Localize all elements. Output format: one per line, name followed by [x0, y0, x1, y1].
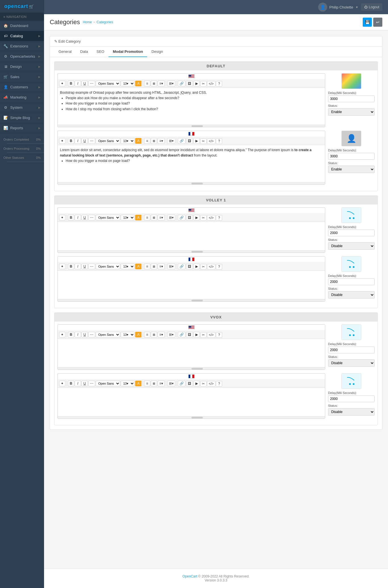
delay-input-2[interactable]: [328, 153, 375, 160]
tbv2-magic-btn[interactable]: ✦: [59, 264, 65, 269]
tab-seo[interactable]: SEO: [92, 47, 109, 57]
sidebar-item-reports[interactable]: 📊 Reports ▶: [0, 123, 44, 133]
toolbar-more-btn[interactable]: ⋯: [88, 81, 95, 86]
sidebar-item-dashboard[interactable]: 🏠 Dashboard: [0, 21, 44, 31]
toolbar2-italic-btn[interactable]: I: [75, 138, 81, 144]
editor-default-1-body[interactable]: Bootstrap example of Onload popup after …: [58, 88, 325, 125]
delay-input-v1-1[interactable]: [328, 230, 375, 236]
sidebar-item-opencartworks[interactable]: ⚙ Opencartworks ▶: [0, 51, 44, 62]
status-select-v1-1[interactable]: Enable Disable: [328, 242, 375, 250]
toolbar-underline-btn[interactable]: U: [82, 81, 88, 86]
tab-data[interactable]: Data: [76, 47, 92, 57]
toolbar2-color-btn[interactable]: A: [135, 138, 141, 144]
sidebar-item-sales[interactable]: 🛒 Sales ▶: [0, 72, 44, 82]
tbvx1-align-btn[interactable]: ≡▾: [158, 332, 165, 337]
tbv2-link-btn[interactable]: 🔗: [178, 264, 185, 269]
tbvx2-italic-btn[interactable]: I: [75, 381, 81, 386]
tbv2-underline-btn[interactable]: U: [82, 264, 88, 269]
toolbar-cut-btn[interactable]: ✂: [200, 81, 206, 87]
tbv1-cut-btn[interactable]: ✂: [200, 215, 206, 221]
tbvx2-underline-btn[interactable]: U: [82, 381, 88, 386]
delay-input-vx-2[interactable]: [328, 395, 375, 402]
toolbar2-more-btn[interactable]: ⋯: [88, 138, 95, 144]
font-size-select-2[interactable]: 13▾: [121, 138, 135, 144]
tbv1-underline-btn[interactable]: U: [82, 215, 88, 220]
footer-brand[interactable]: OpenCart: [182, 574, 197, 578]
tbvx2-img-btn[interactable]: 🖼: [186, 381, 193, 386]
tbvx1-magic-btn[interactable]: ✦: [59, 332, 65, 337]
tbv2-cut-btn[interactable]: ✂: [200, 264, 206, 270]
editor-default-2-body[interactable]: Lorem ipsum dolor sit amet, consectetur …: [58, 145, 325, 182]
tbv2-table-btn[interactable]: ⊞▾: [167, 264, 175, 269]
tbvx1-font-select[interactable]: Open Sans: [96, 332, 120, 337]
editor-scrollbar-1[interactable]: [58, 125, 325, 127]
tbv1-code-btn[interactable]: </>: [207, 215, 215, 221]
editor-vvox-1-body[interactable]: [58, 339, 325, 367]
save-button[interactable]: 💾: [363, 18, 372, 27]
tbvx1-help-btn[interactable]: ?: [216, 332, 222, 338]
tbv2-list-btn[interactable]: ≡: [144, 264, 150, 269]
tbvx1-italic-btn[interactable]: I: [75, 332, 81, 337]
status-select-v1-2[interactable]: Enable Disable: [328, 291, 375, 299]
tbvx2-cut-btn[interactable]: ✂: [200, 381, 206, 387]
toolbar2-help-btn[interactable]: ?: [216, 138, 222, 144]
tbvx1-olist-btn[interactable]: ≣: [151, 332, 157, 337]
tbv1-list-btn[interactable]: ≡: [144, 215, 150, 220]
tbv2-img-btn[interactable]: 🖼: [186, 264, 193, 269]
toolbar2-code-btn[interactable]: </>: [207, 138, 215, 144]
tbv1-table-btn[interactable]: ⊞▾: [167, 215, 175, 220]
editor-scrollbar-2[interactable]: [58, 182, 325, 184]
toolbar-italic-btn[interactable]: I: [75, 81, 81, 86]
status-select-2[interactable]: Enable Disable: [328, 166, 375, 173]
tbv1-size-select[interactable]: 13▾: [121, 215, 135, 220]
tbv2-help-btn[interactable]: ?: [216, 264, 222, 270]
tbvx1-size-select[interactable]: 13▾: [121, 332, 135, 337]
toolbar2-link-btn[interactable]: 🔗: [178, 138, 185, 144]
tbv2-olist-btn[interactable]: ≣: [151, 264, 157, 269]
font-family-select[interactable]: Open Sans: [96, 81, 120, 86]
toolbar2-image-btn[interactable]: 🖼: [186, 138, 193, 144]
toolbar-list-unordered-btn[interactable]: ≡: [144, 81, 150, 86]
tbv1-more-btn[interactable]: ⋯: [88, 215, 95, 220]
toolbar-magic-btn[interactable]: ✦: [59, 81, 65, 86]
tbv1-magic-btn[interactable]: ✦: [59, 215, 65, 220]
toolbar-align-btn[interactable]: ≡▾: [158, 81, 165, 86]
delay-input-v1-2[interactable]: [328, 278, 375, 285]
tbv2-size-select[interactable]: 13▾: [121, 264, 135, 269]
tbv1-link-btn[interactable]: 🔗: [178, 215, 185, 220]
toolbar-list-ordered-btn[interactable]: ≣: [151, 81, 157, 86]
editor-volley1-1-body[interactable]: [58, 222, 325, 250]
tbvx2-table-btn[interactable]: ⊞▾: [167, 381, 175, 386]
toolbar-table-btn[interactable]: ⊞▾: [167, 81, 175, 86]
editor-scrollbar-vx-1[interactable]: [58, 367, 325, 370]
editor-volley1-2-body[interactable]: [58, 271, 325, 299]
status-select-vx-1[interactable]: Enable Disable: [328, 359, 375, 367]
toolbar2-media-btn[interactable]: ▶: [193, 138, 200, 144]
tbv2-italic-btn[interactable]: I: [75, 264, 81, 269]
sidebar-item-marketing[interactable]: 📣 Marketing ▶: [0, 92, 44, 103]
tbvx2-font-select[interactable]: Open Sans: [96, 381, 120, 386]
user-menu[interactable]: 👤 Philip Cholette ▼: [318, 3, 358, 12]
toolbar-help-btn[interactable]: ?: [216, 81, 222, 87]
tbv1-media-btn[interactable]: ▶: [193, 215, 200, 220]
toolbar2-list-ordered-btn[interactable]: ≣: [151, 138, 157, 144]
toolbar-color-btn[interactable]: A: [135, 81, 141, 86]
toolbar2-list-unordered-btn[interactable]: ≡: [144, 138, 150, 144]
tbvx2-link-btn[interactable]: 🔗: [178, 381, 185, 386]
toolbar2-align-btn[interactable]: ≡▾: [158, 138, 165, 144]
tab-modal-promotion[interactable]: Modal Promotion: [109, 47, 147, 57]
tbvx2-size-select[interactable]: 13▾: [121, 381, 135, 386]
font-family-select-2[interactable]: Open Sans: [96, 138, 120, 144]
delay-input-1[interactable]: [328, 95, 375, 102]
sidebar-item-extensions[interactable]: 🔧 Extensions ▶: [0, 41, 44, 51]
tbv1-italic-btn[interactable]: I: [75, 215, 81, 220]
sidebar-item-catalog[interactable]: 🏷 Catalog ▶: [0, 31, 44, 41]
sidebar-item-design[interactable]: 🖥 Design ▶: [0, 62, 44, 72]
tbvx1-media-btn[interactable]: ▶: [193, 332, 200, 337]
tbv1-help-btn[interactable]: ?: [216, 215, 222, 221]
tbv1-bold-btn[interactable]: B: [68, 215, 74, 220]
sidebar-item-simpleblog[interactable]: 📝 Simple Blog ▶: [0, 113, 44, 123]
tbvx2-align-btn[interactable]: ≡▾: [158, 381, 165, 386]
tab-general[interactable]: General: [54, 47, 76, 57]
delay-input-vx-1[interactable]: [328, 347, 375, 353]
